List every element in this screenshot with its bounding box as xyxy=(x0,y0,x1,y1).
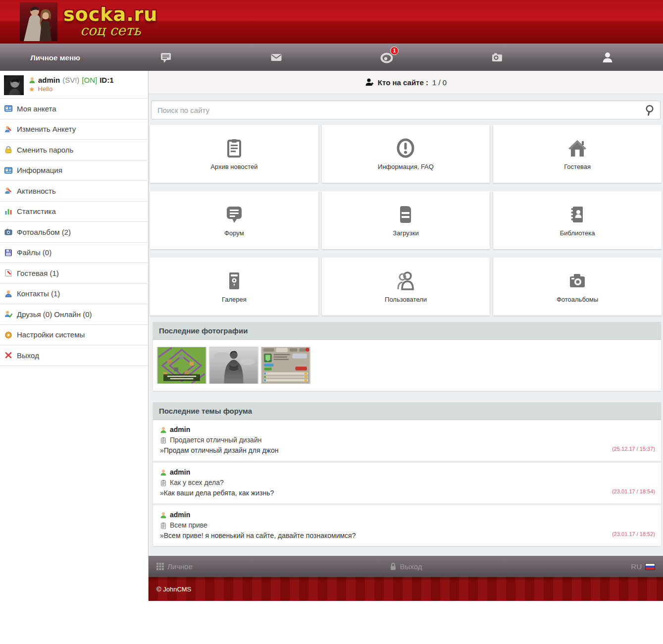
photoalbum-camera-icon xyxy=(567,270,588,291)
eye-icon: 1 xyxy=(379,50,394,65)
tile-library[interactable]: Библиотека xyxy=(493,191,662,249)
nav-chat[interactable] xyxy=(110,44,221,71)
tile-info-faq[interactable]: Информация, FAQ xyxy=(322,125,490,183)
topic-last-post[interactable]: »Всем приве! я новенький на сайте, давай… xyxy=(160,531,356,541)
personal-menu-tab[interactable]: Личное меню xyxy=(0,44,110,71)
home-icon xyxy=(567,138,588,159)
tile-label: Пользователи xyxy=(385,296,427,303)
topic-title-line: Продается отличный дизайн xyxy=(160,435,654,445)
sidebar-item-logout[interactable]: Выход xyxy=(0,345,148,366)
tile-label: Загрузки xyxy=(393,229,418,237)
topic-last-post[interactable]: »Как ваши дела ребята, как жизнь? xyxy=(160,488,274,498)
user-edit-icon xyxy=(4,125,12,133)
sidebar-item-edit-profile[interactable]: Изменить Анкету xyxy=(0,119,148,140)
photo-thumb-game-village[interactable] xyxy=(157,347,206,384)
avatar[interactable] xyxy=(4,75,24,95)
tile-news-archive[interactable]: Архив новостей xyxy=(150,125,318,183)
sidebar-item-label: Файлы (0) xyxy=(17,248,51,257)
sidebar-item-label: Фотоальбом (2) xyxy=(17,228,71,236)
photo-thumb-game-clan[interactable] xyxy=(261,347,310,384)
photo-thumb-bodybuilder[interactable] xyxy=(209,347,258,384)
tile-forum[interactable]: Форум xyxy=(150,191,318,249)
copyright[interactable]: © JohnCMS xyxy=(156,586,191,593)
camera-icon xyxy=(4,228,12,236)
topic-author[interactable]: admin xyxy=(170,425,190,435)
contact-icon xyxy=(4,290,12,298)
footer-personal-link[interactable]: Личное xyxy=(156,562,323,571)
tile-users[interactable]: Пользователи xyxy=(322,258,490,316)
library-icon xyxy=(567,204,588,225)
topic-date: (25.12.17 / 15:37) xyxy=(612,446,655,452)
sidebar-item-activity[interactable]: Активность xyxy=(0,181,148,202)
forum-topic-row: admin Продается отличный дизайн »Продам … xyxy=(153,420,661,463)
bar-chart-icon xyxy=(4,208,12,215)
topic-title-line: Всем приве xyxy=(160,520,654,531)
topic-title[interactable]: Всем приве xyxy=(170,520,207,531)
topic-date: (23.01.17 / 18:54) xyxy=(612,488,655,494)
sidebar-item-photoalbum[interactable]: Фотоальбом (2) xyxy=(0,222,148,243)
nav-watch[interactable]: 1 xyxy=(332,44,442,71)
clipboard-mini-icon xyxy=(160,522,167,529)
forum-bubble-icon xyxy=(224,204,245,225)
nav-photos[interactable] xyxy=(442,44,553,71)
user-meta: admin (SV!) [ON] ID:1 ★ Hello xyxy=(29,75,114,95)
search-icon[interactable] xyxy=(644,104,656,116)
sidebar-item-information[interactable]: Информация xyxy=(0,161,148,181)
user-panel: admin (SV!) [ON] ID:1 ★ Hello xyxy=(0,71,148,99)
footer-logout-label: Выход xyxy=(400,562,422,571)
tile-gallery[interactable]: Галерея xyxy=(150,258,318,316)
latest-photos-panel: Последние фотографии xyxy=(153,322,661,391)
topic-last-post[interactable]: »Продам отличный дизайн для джон xyxy=(160,445,278,456)
logo-text: socka.ru соц сеть xyxy=(63,5,157,38)
tile-downloads[interactable]: Загрузки xyxy=(322,191,490,249)
footer-personal-label: Личное xyxy=(167,562,193,571)
topic-title[interactable]: Как у всех дела? xyxy=(170,478,224,488)
topic-author[interactable]: admin xyxy=(170,467,190,478)
forum-topic-row: admin Как у всех дела? »Как ваши дела ре… xyxy=(153,463,661,505)
language-switcher[interactable]: RU xyxy=(489,562,655,571)
sidebar-item-files[interactable]: Файлы (0) xyxy=(0,243,148,264)
grid-icon xyxy=(156,563,164,570)
sidebar-item-label: Друзья (0) Онлайн (0) xyxy=(17,310,92,319)
tile-photoalbums[interactable]: Фотоальбомы xyxy=(493,258,662,316)
who-online-bar[interactable]: Кто на сайте : 1 / 0 xyxy=(149,71,663,94)
sidebar-item-contacts[interactable]: Контакты (1) xyxy=(0,284,148,305)
search-input[interactable] xyxy=(151,101,661,119)
tile-label: Фотоальбомы xyxy=(557,296,598,303)
page: socka.ru соц сеть Личное меню 1 xyxy=(0,0,663,644)
russia-flag-icon xyxy=(645,563,655,570)
sidebar-item-statistics[interactable]: Статистика xyxy=(0,202,148,222)
logout-x-icon xyxy=(4,351,12,359)
topic-author-line: admin xyxy=(160,510,654,520)
search xyxy=(151,101,661,119)
top-nav: Личное меню 1 xyxy=(0,44,663,71)
clipboard-mini-icon xyxy=(160,480,167,486)
clipboard-mini-icon xyxy=(160,437,167,444)
sidebar-item-my-profile[interactable]: Моя анкета xyxy=(0,99,148,119)
who-online-value: 1 / 0 xyxy=(432,78,447,87)
latest-photos-title: Последние фотографии xyxy=(153,322,661,340)
online-flag: [ON] xyxy=(82,76,97,84)
topic-title[interactable]: Продается отличный дизайн xyxy=(170,435,261,445)
user-mini-icon xyxy=(160,469,167,476)
sidebar-item-friends[interactable]: Друзья (0) Онлайн (0) xyxy=(0,304,148,325)
camera-icon xyxy=(490,50,505,65)
sidebar-item-guestbook[interactable]: Гостевая (1) xyxy=(0,263,148,284)
nav-profile[interactable] xyxy=(553,44,663,71)
site-footer: © JohnCMS xyxy=(149,577,663,601)
logo[interactable]: socka.ru соц сеть xyxy=(20,2,157,41)
downloads-icon xyxy=(395,204,416,225)
friend-check-icon xyxy=(4,310,12,318)
sidebar-item-label: Активность xyxy=(17,187,56,195)
sidebar-item-change-password[interactable]: Сменить пароль xyxy=(0,140,148,161)
info-icon xyxy=(395,138,416,159)
sidebar-item-label: Изменить Анкету xyxy=(17,125,76,133)
topic-author[interactable]: admin xyxy=(170,510,190,520)
content: admin (SV!) [ON] ID:1 ★ Hello Моя анкета xyxy=(0,71,663,601)
topic-lastpost-line: »Как ваши дела ребята, как жизнь? xyxy=(160,488,654,498)
footer-logout-link[interactable]: Выход xyxy=(323,562,489,571)
tile-guestbook[interactable]: Гостевая xyxy=(493,125,662,183)
username[interactable]: admin xyxy=(38,76,60,84)
nav-mail[interactable] xyxy=(221,44,331,71)
sidebar-item-settings[interactable]: Настройки системы xyxy=(0,325,148,346)
